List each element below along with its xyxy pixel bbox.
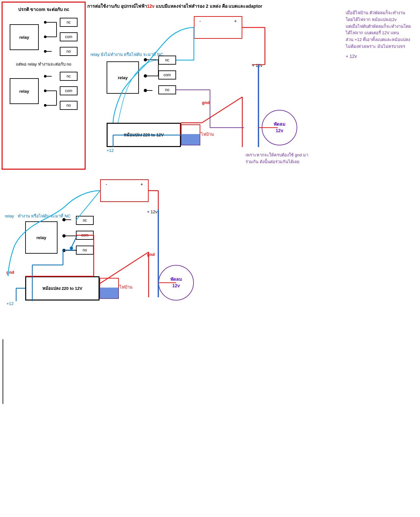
power-supply-bottom: หม้อแปลง 220 to 12V (25, 276, 100, 301)
battery-bottom: - + (100, 179, 149, 202)
legend-relay-box-top: relay (10, 24, 39, 50)
top-com-terminal: com (158, 70, 176, 79)
gnd-label-bottom: gnd (6, 270, 14, 275)
bottom-note: เพราะหากจะให้ครบต้องใช้ gnd มา ร่วมกัน ด… (246, 152, 308, 165)
plus12v-label-top: + 12v (252, 63, 262, 68)
legend-switch-svg-top (39, 16, 61, 58)
legend-no-terminal: no (60, 47, 78, 56)
battery-top: - + (194, 16, 242, 39)
bottom-nc-terminal: nc (76, 216, 94, 225)
legend-title: ปรกติ ขาcom จะต่อกับ nc (6, 6, 81, 13)
home-power-blue-top (181, 134, 200, 145)
fan-circle-top: พัดลม12v (262, 110, 297, 145)
home-power-blue-bottom (100, 288, 119, 299)
legend-com-terminal-2: com (60, 86, 78, 95)
legend-no-terminal-2: no (60, 101, 78, 110)
legend-relay-box-bottom: relay (10, 78, 39, 104)
plus12-label-top: +12 (107, 148, 114, 153)
legend-nc-terminal: nc (60, 18, 78, 27)
bottom-switch-svg (58, 210, 79, 263)
legend-com-terminal: com (60, 32, 78, 41)
legend-nc-terminal-2: nc (60, 72, 78, 81)
power-supply-top: หม้อแปลง 220 to 12V (107, 123, 181, 147)
gnd-label-bottom2: gnd (147, 252, 155, 257)
relay-box-bottom: relay (25, 221, 58, 254)
fan-circle-bottom: พัดลม12v (158, 265, 194, 301)
legend-box: ปรกติ ขาcom จะต่อกับ nc relay nc com no (2, 2, 86, 170)
bottom-no-terminal: no (76, 246, 94, 255)
svg-point-28 (70, 247, 73, 250)
top-switch-svg (139, 50, 160, 103)
home-power-label-bottom: ไฟบ้าน (120, 284, 132, 290)
bottom-com-terminal: com (76, 231, 94, 240)
info-box: เมื่อมีไฟบ้าน ตัวพัดลมก็จะทำงาน โดยได้ไฟ… (346, 10, 420, 60)
legend-switch-svg-bottom (39, 70, 61, 112)
gnd-label-top: gnd (202, 100, 210, 105)
plus12-label-bottom: +12 (6, 301, 14, 306)
svg-line-26 (71, 236, 77, 248)
top-nc-terminal: nc (158, 56, 176, 65)
left-border-line (3, 339, 3, 404)
page-container: ปรกติ ขาcom จะต่อกับ nc relay nc com no (0, 0, 420, 517)
legend-sub-title: แต่พอ relay ทำงานจะต่อกับ no (6, 61, 81, 68)
plus12v-label-bottom: + 12v (147, 209, 157, 214)
home-power-label-top: ไฟบ้าน (201, 131, 214, 138)
relay-box-top: relay (107, 61, 139, 94)
top-no-terminal: no (158, 85, 176, 94)
page-title: การต่อใช้งานกับ อุปกรณ์ไฟฟ้า12v แบบมีแหล… (87, 3, 262, 10)
